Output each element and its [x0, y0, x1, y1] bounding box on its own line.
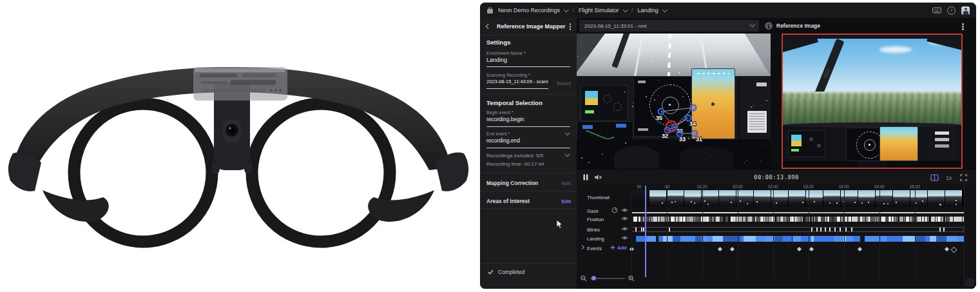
enrichment-sidebar: Reference Image Mapper Settings Enrichme…	[480, 18, 577, 289]
areas-of-interest-edit-button[interactable]: Edit	[562, 199, 571, 204]
chevron-down-icon[interactable]	[564, 130, 570, 135]
landscape-horizon	[783, 92, 961, 125]
breadcrumb-enrichment[interactable]: Landing	[638, 7, 658, 14]
track-label-blinks: Blinks	[587, 227, 600, 233]
thumbnail-track[interactable]	[631, 190, 964, 207]
enrichment-name-input[interactable]: Landing	[486, 57, 570, 67]
pause-button[interactable]	[583, 174, 588, 180]
scanning-recording-input[interactable]: 2023-08-15_11:43:09 - scanni	[486, 79, 548, 89]
svg-text:35: 35	[656, 115, 662, 121]
recording-dropdown[interactable]: 2023-08-15_11:33:01 - nmt	[579, 20, 759, 32]
event-marker[interactable]	[945, 246, 949, 251]
track-label-events: Events	[587, 246, 602, 251]
scene-video[interactable]: 353436323331	[577, 34, 771, 169]
landing-enrichment-track[interactable]	[631, 236, 964, 242]
breadcrumb-workspace[interactable]: Neon Demo Recordings	[498, 7, 560, 14]
scanning-recording-select-button[interactable]: Select	[557, 81, 571, 86]
timeline-panel: Thumbnail Gaze Fixation Blinks Landing E…	[577, 184, 976, 289]
panel-divider[interactable]	[771, 18, 778, 169]
sensor-module	[193, 67, 287, 101]
reference-panel-title: Reference Image	[776, 23, 820, 29]
top-navigation-bar: Neon Demo Recordings / Flight Simulator …	[480, 3, 976, 18]
mapping-correction-edit-button[interactable]: Edit	[562, 180, 571, 186]
event-marker-hollow[interactable]	[951, 246, 957, 253]
blinks-track[interactable]	[631, 227, 964, 232]
volume-muted-icon[interactable]	[594, 174, 602, 180]
screenshot-stage: Neon Demo Recordings / Flight Simulator …	[0, 0, 980, 292]
areas-of-interest-label: Areas of Interest	[486, 198, 530, 204]
zoom-out-icon[interactable]	[581, 275, 587, 282]
svg-text:32: 32	[662, 133, 668, 139]
reference-menu-icon[interactable]	[962, 26, 964, 28]
temporal-selection-heading: Temporal Selection	[486, 99, 543, 106]
sidebar-menu-icon[interactable]	[570, 26, 572, 28]
user-avatar[interactable]	[961, 6, 970, 15]
back-icon[interactable]	[486, 24, 491, 29]
track-label-gaze: Gaze	[587, 208, 599, 214]
chevron-down-icon[interactable]	[564, 7, 569, 12]
end-event-label: End event *	[486, 131, 510, 136]
enrichment-name-label: Enrichment Name *	[486, 51, 526, 55]
playback-speed-button[interactable]: 1x	[946, 175, 952, 181]
svg-text:34: 34	[689, 121, 696, 127]
fixation-track[interactable]	[631, 217, 964, 222]
landing-visibility-icon[interactable]	[621, 235, 628, 240]
track-label-fixation: Fixation	[587, 217, 604, 222]
glasses-product-image	[0, 0, 477, 292]
playback-controls: 00:00:13.890 1x	[577, 169, 976, 185]
timecode-display: 00:00:13.890	[754, 174, 799, 180]
timeline-zoom-slider[interactable]	[590, 278, 625, 279]
recording-dropdown-value: 2023-08-15_11:33:01 - nmt	[584, 23, 646, 29]
shortcuts-keyboard-icon[interactable]	[932, 7, 941, 14]
divider-info-icon[interactable]	[765, 22, 773, 30]
sidebar-header: Reference Image Mapper	[480, 18, 577, 35]
begin-event-select[interactable]: recording.begin	[486, 116, 570, 127]
breadcrumb-separator: /	[631, 7, 633, 14]
split-view-toggle-icon[interactable]	[930, 174, 939, 181]
recordings-included-text: Recordings included: 5/5	[486, 153, 543, 159]
playhead[interactable]	[645, 186, 646, 277]
recording-time-text: Recording time: 00:17:44	[486, 161, 544, 167]
settings-heading: Settings	[486, 39, 510, 46]
fixation-visibility-icon[interactable]	[621, 216, 628, 221]
left-lens	[74, 104, 212, 242]
end-event-select[interactable]: recording.end	[486, 137, 570, 148]
add-event-plus-icon[interactable]	[610, 245, 615, 250]
event-marker[interactable]	[718, 246, 722, 251]
events-expand-icon[interactable]	[580, 245, 584, 249]
event-marker[interactable]	[797, 246, 802, 251]
zoom-in-icon[interactable]	[628, 275, 635, 282]
svg-text:33: 33	[679, 136, 686, 142]
chevron-down-icon[interactable]	[564, 151, 570, 157]
mouse-cursor	[556, 219, 564, 229]
event-marker[interactable]	[730, 246, 735, 251]
zoom-slider-handle[interactable]	[591, 276, 596, 280]
mapping-correction-label: Mapping Correction	[486, 180, 538, 186]
event-marker[interactable]	[858, 246, 862, 251]
status-badge: Completed	[498, 269, 524, 275]
begin-event-label: Begin event *	[486, 110, 514, 115]
track-label-landing: Landing	[587, 236, 604, 242]
add-event-button[interactable]: Add	[617, 245, 627, 251]
chevron-down-icon[interactable]	[749, 22, 754, 27]
breadcrumb-separator: /	[573, 7, 575, 14]
reference-image[interactable]	[782, 34, 963, 169]
gaze-scanpath-overlay: 353436323331	[577, 34, 771, 169]
timeline-ruler: 00:4001:2002:0002:4003:2004:0004:4005:20	[631, 184, 964, 190]
chevron-down-icon[interactable]	[662, 7, 668, 12]
gaze-visibility-icon[interactable]	[621, 208, 628, 213]
fullscreen-icon[interactable]	[960, 174, 967, 181]
event-marker[interactable]	[809, 246, 814, 251]
help-icon[interactable]: ?	[947, 6, 956, 15]
main-area: 2023-08-15_11:33:01 - nmt	[577, 18, 976, 289]
pupil-cloud-window: Neon Demo Recordings / Flight Simulator …	[480, 3, 976, 289]
gaze-style-icon[interactable]	[611, 207, 618, 213]
gaze-track[interactable]	[631, 212, 964, 213]
track-label-thumbnail: Thumbnail	[587, 195, 610, 200]
blinks-visibility-icon[interactable]	[621, 226, 628, 231]
check-icon	[488, 269, 494, 275]
breadcrumb-project[interactable]: Flight Simulator	[579, 7, 619, 14]
timeline-tracks[interactable]: 00:4001:2002:0002:4003:2004:0004:4005:20	[631, 184, 965, 289]
events-track[interactable]	[631, 246, 964, 251]
chevron-down-icon[interactable]	[622, 7, 628, 12]
